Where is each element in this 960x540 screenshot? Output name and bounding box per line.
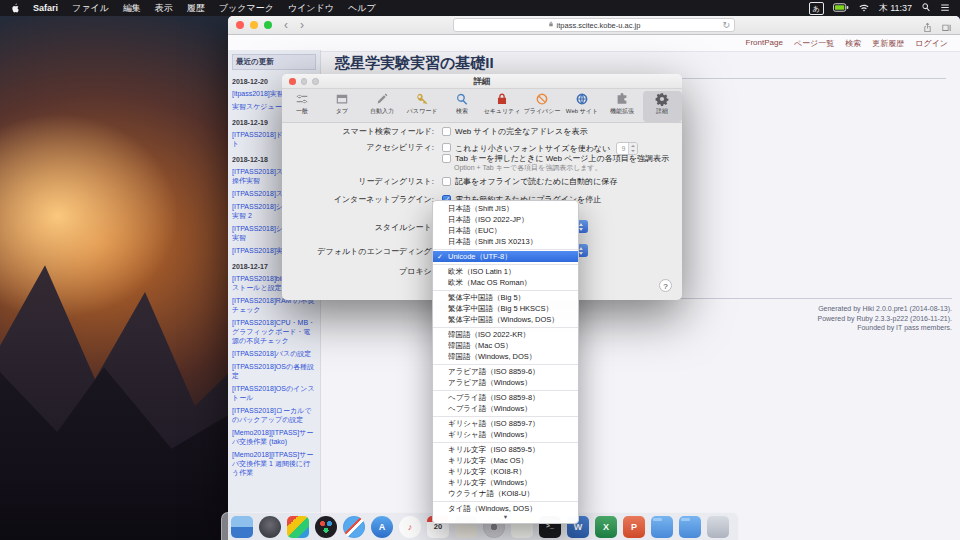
menu-bar-item[interactable]: 履歴 xyxy=(180,3,212,13)
encoding-menu-item[interactable]: 繁体字中国語（Big 5） xyxy=(433,292,578,303)
menu-bar-item[interactable]: ファイル xyxy=(65,3,116,13)
input-source-icon[interactable]: あ xyxy=(809,2,824,15)
header-nav-link[interactable]: 検索 xyxy=(845,38,861,49)
encoding-menu-item[interactable]: タイ語（Windows, DOS） xyxy=(433,503,578,514)
reload-icon[interactable]: ↻ xyxy=(722,19,730,31)
apple-menu-icon[interactable] xyxy=(10,2,20,14)
dock-powerpoint[interactable]: P xyxy=(623,516,645,538)
header-nav-link[interactable]: 更新履歴 xyxy=(872,38,904,49)
encoding-menu-item[interactable] xyxy=(433,290,578,291)
min-font-size-checkbox[interactable] xyxy=(442,143,451,152)
menu-scroll-down-icon[interactable]: ▼ xyxy=(433,514,578,521)
encoding-menu-item[interactable]: ギリシャ語（ISO 8859-7） xyxy=(433,418,578,429)
encoding-menu-item[interactable]: 日本語（Shift JIS） xyxy=(433,203,578,214)
dock-excel[interactable]: X xyxy=(595,516,617,538)
zoom-button[interactable] xyxy=(264,21,272,29)
notification-center-icon[interactable] xyxy=(940,3,950,14)
encoding-menu-item[interactable] xyxy=(433,264,578,265)
encoding-menu-item[interactable] xyxy=(433,416,578,417)
preferences-tab[interactable]: 詳細 xyxy=(643,91,682,122)
encoding-menu-item[interactable]: 日本語（ISO 2022-JP） xyxy=(433,214,578,225)
encoding-menu-item[interactable] xyxy=(433,390,578,391)
encoding-menu-item[interactable] xyxy=(433,501,578,502)
encoding-menu-item[interactable]: 韓国語（Windows, DOS） xyxy=(433,351,578,362)
dialog-titlebar[interactable]: 詳細 xyxy=(282,74,682,89)
dock-dashboard[interactable] xyxy=(315,516,337,538)
preferences-tab[interactable]: 一般 xyxy=(283,91,322,122)
help-button[interactable]: ? xyxy=(659,279,672,292)
encoding-menu-item[interactable] xyxy=(433,442,578,443)
dock-folder-documents[interactable] xyxy=(651,516,673,538)
encoding-menu-item[interactable]: ギリシャ語（Windows） xyxy=(433,429,578,440)
preferences-tab[interactable]: 検索 xyxy=(443,91,482,122)
smart-search-checkbox[interactable] xyxy=(442,127,451,136)
header-nav-link[interactable]: ログイン xyxy=(915,38,948,49)
back-button[interactable]: ‹ xyxy=(284,17,288,34)
encoding-menu-item[interactable]: ヘブライ語（ISO 8859-8） xyxy=(433,392,578,403)
encoding-menu-item[interactable] xyxy=(433,327,578,328)
dock-launchpad[interactable] xyxy=(259,516,281,538)
wifi-icon[interactable] xyxy=(858,3,870,14)
sidebar-entry[interactable]: [ITPASS2018]OSのインストール xyxy=(232,384,316,402)
preferences-tab[interactable]: 機能拡張 xyxy=(603,91,642,122)
menu-bar-item[interactable]: Safari xyxy=(26,3,65,13)
header-nav-link[interactable]: ページ一覧 xyxy=(794,38,834,49)
encoding-menu-item[interactable]: キリル文字（Mac OS） xyxy=(433,455,578,466)
sidebar-entry[interactable]: [ITPASS2018]ローカルでのバックアップの設定 xyxy=(232,406,316,424)
dock-mission-control[interactable] xyxy=(287,516,309,538)
menu-bar-item[interactable]: ウインドウ xyxy=(281,3,341,13)
encoding-menu-item[interactable]: 日本語（Shift JIS X0213） xyxy=(433,236,578,247)
menu-bar-item[interactable]: ブックマーク xyxy=(212,3,281,13)
dialog-close-button[interactable] xyxy=(289,78,296,85)
encoding-menu-item[interactable]: 欧米（ISO Latin 1） xyxy=(433,266,578,277)
encoding-menu-item[interactable]: アラビア語（ISO 8859-6） xyxy=(433,366,578,377)
dock-trash[interactable] xyxy=(707,516,729,538)
encoding-menu-item[interactable]: ✓ Unicode（UTF-8） xyxy=(433,251,578,262)
preferences-tab[interactable]: Web サイト xyxy=(563,91,602,122)
spotlight-icon[interactable] xyxy=(921,2,931,14)
encoding-menu-item[interactable]: アラビア語（Windows） xyxy=(433,377,578,388)
encoding-menu-item[interactable]: キリル文字（ISO 8859-5） xyxy=(433,444,578,455)
menu-bar-clock[interactable]: 木 11:37 xyxy=(879,2,912,15)
sidebar-entry[interactable]: [Memo2018][ITPASS]サーバ交換作業 (tako) xyxy=(232,428,316,446)
dock-folder-downloads[interactable] xyxy=(679,516,701,538)
address-bar[interactable]: itpass.scitec.kobe-u.ac.jp ↻ xyxy=(453,18,735,32)
reading-list-checkbox[interactable] xyxy=(442,177,451,186)
tab-highlight-checkbox[interactable] xyxy=(442,154,451,163)
preferences-tab[interactable]: 自動入力 xyxy=(363,91,402,122)
encoding-menu-item[interactable]: ヘブライ語（Windows） xyxy=(433,403,578,414)
sidebar-entry[interactable]: [ITPASS2018]CPU・MB・グラフィックボード・電源の不良チェック xyxy=(232,318,316,345)
sidebar-entry[interactable]: [ITPASS2018]OSの各種設定 xyxy=(232,362,316,380)
sidebar-entry[interactable]: [Memo2018][ITPASS]サーバ交換作業 1 週間後に行う作業 xyxy=(232,450,316,477)
encoding-menu-item[interactable]: 韓国語（Mac OS） xyxy=(433,340,578,351)
encoding-menu-item[interactable]: ウクライナ語（KOI8-U） xyxy=(433,488,578,499)
dock-app-store[interactable]: A xyxy=(371,516,393,538)
encoding-menu-item[interactable]: キリル文字（KOI8-R） xyxy=(433,466,578,477)
dock-finder[interactable] xyxy=(231,516,253,538)
minimize-button[interactable] xyxy=(250,21,258,29)
encoding-menu-item[interactable]: 繁体字中国語（Windows, DOS） xyxy=(433,314,578,325)
tab-overview-icon[interactable] xyxy=(941,19,952,37)
battery-icon[interactable] xyxy=(833,3,849,14)
encoding-menu-item[interactable]: 欧米（Mac OS Roman） xyxy=(433,277,578,288)
dock-itunes[interactable]: ♪ xyxy=(399,516,421,538)
encoding-menu-item[interactable] xyxy=(433,249,578,250)
preferences-tab[interactable]: タブ xyxy=(323,91,362,122)
dock-safari[interactable] xyxy=(343,516,365,538)
encoding-menu-item[interactable]: 韓国語（ISO 2022-KR） xyxy=(433,329,578,340)
preferences-tab[interactable]: セキュリティ xyxy=(483,91,522,122)
share-icon[interactable] xyxy=(922,19,933,37)
encoding-menu-item[interactable] xyxy=(433,364,578,365)
encoding-menu-item[interactable]: 繁体字中国語（Big 5 HKSCS） xyxy=(433,303,578,314)
forward-button[interactable]: › xyxy=(300,17,304,34)
menu-bar-item[interactable]: 表示 xyxy=(148,3,180,13)
sidebar-entry[interactable]: [ITPASS2018]バスの設定 xyxy=(232,349,316,358)
encoding-menu-item[interactable]: キリル文字（Windows） xyxy=(433,477,578,488)
close-button[interactable] xyxy=(236,21,244,29)
encoding-menu-item[interactable]: 日本語（EUC） xyxy=(433,225,578,236)
menu-bar-item[interactable]: 編集 xyxy=(116,3,148,13)
header-nav-link[interactable]: FrontPage xyxy=(746,38,783,49)
menu-bar-item[interactable]: ヘルプ xyxy=(341,3,383,13)
preferences-tab[interactable]: パスワード xyxy=(403,91,442,122)
preferences-tab[interactable]: プライバシー xyxy=(523,91,562,122)
